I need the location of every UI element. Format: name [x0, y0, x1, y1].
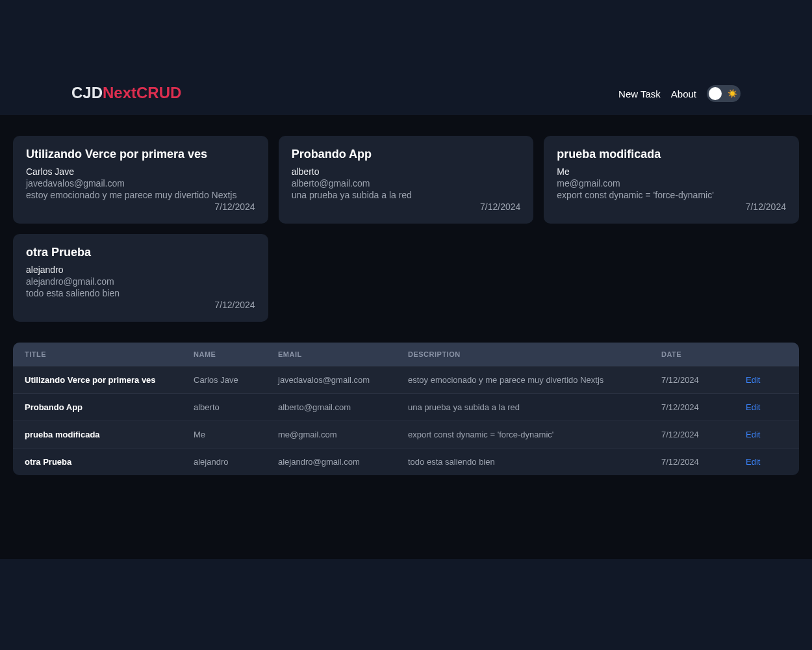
about-link[interactable]: About [671, 88, 696, 99]
cell-email: javedavalos@gmail.com [278, 375, 408, 385]
card-email: alberto@gmail.com [292, 178, 521, 188]
cell-description: todo esta saliendo bien [408, 457, 661, 467]
header-name: NAME [194, 350, 278, 358]
edit-link[interactable]: Edit [746, 375, 791, 385]
cell-title: Utilizando Verce por primera ves [25, 375, 194, 385]
cell-date: 7/12/2024 [661, 430, 746, 439]
sun-icon: ☀️ [728, 89, 737, 98]
table-row: otra Prueba alejandro alejandro@gmail.co… [13, 448, 799, 475]
card-title: prueba modificada [557, 148, 786, 161]
new-task-link[interactable]: New Task [618, 88, 661, 99]
cell-date: 7/12/2024 [661, 375, 746, 385]
cell-email: me@gmail.com [278, 430, 408, 439]
toggle-knob [709, 87, 722, 100]
header-date: DATE [661, 350, 746, 358]
card-date: 7/12/2024 [26, 300, 255, 310]
header-actions [746, 350, 791, 358]
main-content: Utilizando Verce por primera ves Carlos … [0, 115, 812, 496]
header-email: EMAIL [278, 350, 408, 358]
cell-title: prueba modificada [25, 430, 194, 439]
cell-name: Me [194, 430, 278, 439]
task-card[interactable]: Utilizando Verce por primera ves Carlos … [13, 136, 268, 224]
cell-email: alejandro@gmail.com [278, 457, 408, 467]
cell-description: una prueba ya subida a la red [408, 402, 661, 412]
card-name: Carlos Jave [26, 166, 255, 177]
card-description: estoy emocionado y me parece muy diverti… [26, 190, 255, 200]
card-name: alberto [292, 166, 521, 177]
card-email: me@gmail.com [557, 178, 786, 188]
task-card[interactable]: prueba modificada Me me@gmail.com export… [544, 136, 799, 224]
logo-prefix: CJD [71, 84, 103, 101]
card-title: Probando App [292, 148, 521, 161]
card-date: 7/12/2024 [557, 202, 786, 212]
cell-date: 7/12/2024 [661, 457, 746, 467]
tasks-table: TITLE NAME EMAIL DESCRIPTION DATE Utiliz… [13, 343, 799, 475]
card-description: todo esta saliendo bien [26, 288, 255, 298]
cell-name: Carlos Jave [194, 375, 278, 385]
cell-name: alberto [194, 402, 278, 412]
card-title: Utilizando Verce por primera ves [26, 148, 255, 161]
cards-grid: Utilizando Verce por primera ves Carlos … [13, 136, 799, 322]
cell-name: alejandro [194, 457, 278, 467]
card-date: 7/12/2024 [292, 202, 521, 212]
theme-toggle[interactable]: ☀️ [707, 85, 741, 102]
card-description: una prueba ya subida a la red [292, 190, 521, 200]
cell-description: export const dynamic = 'force-dynamic' [408, 430, 661, 439]
cell-title: otra Prueba [25, 457, 194, 467]
card-name: Me [557, 166, 786, 177]
table-row: prueba modificada Me me@gmail.com export… [13, 421, 799, 448]
table-body: Utilizando Verce por primera ves Carlos … [13, 366, 799, 475]
card-title: otra Prueba [26, 246, 255, 259]
task-card[interactable]: otra Prueba alejandro alejandro@gmail.co… [13, 234, 268, 322]
edit-link[interactable]: Edit [746, 402, 791, 412]
cell-title: Probando App [25, 402, 194, 412]
table-row: Probando App alberto alberto@gmail.com u… [13, 393, 799, 421]
card-email: javedavalos@gmail.com [26, 178, 255, 188]
card-date: 7/12/2024 [26, 202, 255, 212]
card-description: export const dynamic = 'force-dynamic' [557, 190, 786, 200]
edit-link[interactable]: Edit [746, 457, 791, 467]
card-name: alejandro [26, 265, 255, 275]
header-description: DESCRIPTION [408, 350, 661, 358]
logo-suffix: NextCRUD [103, 84, 181, 101]
cell-description: estoy emocionado y me parece muy diverti… [408, 375, 661, 385]
task-card[interactable]: Probando App alberto alberto@gmail.com u… [279, 136, 534, 224]
nav-right: New Task About ☀️ [618, 85, 741, 102]
cell-email: alberto@gmail.com [278, 402, 408, 412]
edit-link[interactable]: Edit [746, 430, 791, 439]
card-email: alejandro@gmail.com [26, 276, 255, 287]
app-logo[interactable]: CJDNextCRUD [71, 84, 181, 102]
table-header: TITLE NAME EMAIL DESCRIPTION DATE [13, 343, 799, 366]
header-title: TITLE [25, 350, 194, 358]
table-row: Utilizando Verce por primera ves Carlos … [13, 366, 799, 393]
header: CJDNextCRUD New Task About ☀️ [0, 0, 812, 115]
footer [0, 559, 812, 650]
cell-date: 7/12/2024 [661, 402, 746, 412]
